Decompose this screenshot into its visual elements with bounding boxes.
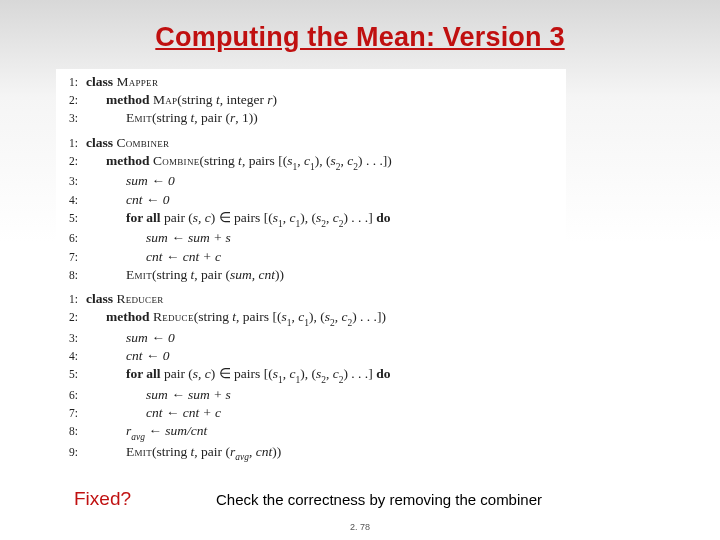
mapper-line-1: 1: class Mapper bbox=[56, 73, 566, 91]
combiner-line-8: 8: Emit(string t, pair (sum, cnt)) bbox=[56, 266, 566, 284]
reducer-line-9: 9: Emit(string t, pair (ravg, cnt)) bbox=[56, 443, 566, 464]
combiner-line-3: 3: sum ← 0 bbox=[56, 172, 566, 190]
check-note: Check the correctness by removing the co… bbox=[216, 491, 542, 508]
combiner-line-1: 1: class Combiner bbox=[56, 134, 566, 152]
reducer-line-3: 3: sum ← 0 bbox=[56, 329, 566, 347]
combiner-line-2: 2: method Combine(string t, pairs [(s1, … bbox=[56, 152, 566, 173]
fixed-question: Fixed? bbox=[74, 488, 131, 510]
reducer-line-2: 2: method Reduce(string t, pairs [(s1, c… bbox=[56, 308, 566, 329]
reducer-line-4: 4: cnt ← 0 bbox=[56, 347, 566, 365]
combiner-line-4: 4: cnt ← 0 bbox=[56, 191, 566, 209]
reducer-line-8: 8: ravg ← sum/cnt bbox=[56, 422, 566, 443]
reducer-line-1: 1: class Reducer bbox=[56, 290, 566, 308]
mapper-line-2: 2: method Map(string t, integer r) bbox=[56, 91, 566, 109]
reducer-line-5: 5: for all pair (s, c) ∈ pairs [(s1, c1)… bbox=[56, 365, 566, 386]
algorithm-block: 1: class Mapper 2: method Map(string t, … bbox=[56, 69, 566, 469]
reducer-line-6: 6: sum ← sum + s bbox=[56, 386, 566, 404]
reducer-line-7: 7: cnt ← cnt + c bbox=[56, 404, 566, 422]
mapper-line-3: 3: Emit(string t, pair (r, 1)) bbox=[56, 109, 566, 127]
combiner-line-7: 7: cnt ← cnt + c bbox=[56, 248, 566, 266]
page-number: 2. 78 bbox=[0, 522, 720, 532]
combiner-line-5: 5: for all pair (s, c) ∈ pairs [(s1, c1)… bbox=[56, 209, 566, 230]
combiner-line-6: 6: sum ← sum + s bbox=[56, 229, 566, 247]
slide-title: Computing the Mean: Version 3 bbox=[0, 0, 720, 53]
